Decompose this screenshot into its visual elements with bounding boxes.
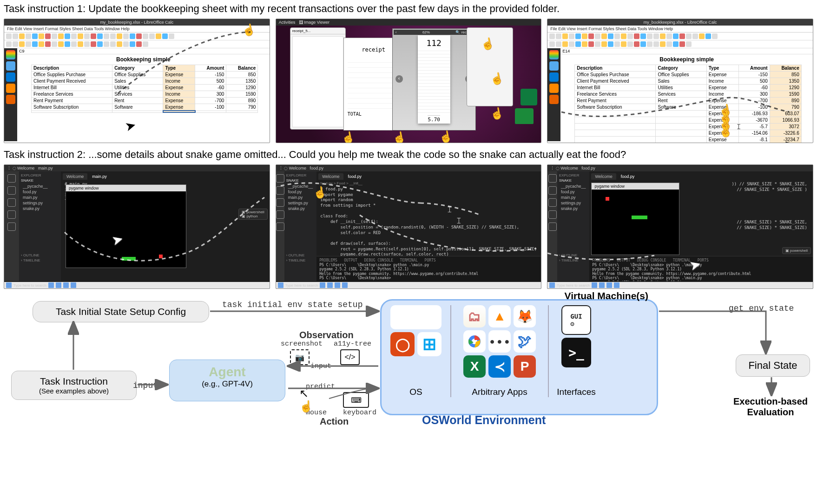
task2-shot-vscode-after: ⋮ ◌ Welcome food.py EXPLORER SNAKE __pyc… (547, 164, 813, 289)
file-item[interactable]: __pycache__ (559, 183, 588, 189)
pygame-window[interactable]: pygame window (66, 184, 186, 268)
col-type[interactable]: Type (163, 65, 195, 72)
window-title: my_bookkeeping.xlsx - LibreOffice Calc (547, 19, 813, 26)
breadcrumb[interactable]: food.py > Food > __init__ (318, 181, 541, 186)
text-cursor-icon: 𝙸 (456, 216, 462, 226)
windows-taskbar[interactable]: Type here to search (276, 282, 541, 288)
left-launcher[interactable] (547, 48, 560, 141)
pipeline-diagram: Task Initial State Setup Config Task Ins… (4, 292, 813, 426)
thumbnail-panel-left[interactable]: receipt_5... (290, 27, 346, 130)
search-icon[interactable] (7, 186, 16, 195)
calc-toolbar[interactable] (4, 33, 270, 40)
vlc-icon[interactable] (549, 84, 559, 93)
terminal-shell-badge[interactable]: ▣ powershell (782, 247, 811, 254)
hand-cursor-icon: ☝ (391, 131, 407, 143)
vlc-icon[interactable] (6, 84, 15, 93)
file-item[interactable]: __pycache__ (286, 183, 315, 189)
file-item[interactable]: food.py (559, 189, 588, 195)
task2-shot-vscode-editing: ⋮ ◌ Welcome food.py EXPLORER SNAKE __pyc… (276, 164, 542, 289)
vscode-icon[interactable] (549, 72, 559, 82)
editor-area[interactable]: Welcomefood.py food.py > Food > __init__… (316, 171, 541, 281)
file-item[interactable]: settings.py (559, 200, 588, 206)
home-folder-icon[interactable] (515, 108, 534, 124)
tab-main[interactable]: main.py (88, 173, 111, 180)
file-item[interactable]: food.py (21, 189, 59, 195)
text-cursor-icon: 𝙸 (736, 123, 741, 131)
explorer-sidebar[interactable]: EXPLORER SNAKE __pycache__food.pymain.py… (19, 171, 61, 281)
left-launcher[interactable] (4, 48, 17, 141)
chrome-icon[interactable] (549, 50, 559, 59)
file-item[interactable]: __pycache__ (21, 183, 59, 189)
vscode-title-bar[interactable]: ⋮ ◌ Welcome main.py (4, 165, 270, 171)
pygame-window[interactable]: pygame window (591, 183, 679, 255)
receipt-total: 5.70 (428, 115, 440, 124)
activity-bar[interactable] (4, 171, 19, 281)
activity-bar[interactable] (276, 171, 284, 281)
text-cursor-icon: 𝙸 (447, 205, 453, 215)
firefox-icon[interactable] (6, 95, 15, 104)
spreadsheet-file-icon[interactable] (521, 89, 537, 105)
file-item[interactable]: snake.py (286, 206, 315, 211)
sheet-title: Bookkeeping simple (560, 54, 813, 65)
ext-icon[interactable] (7, 223, 16, 231)
file-item[interactable]: main.py (559, 195, 588, 200)
window-title: my_bookkeeping.xlsx - LibreOffice Calc (4, 19, 270, 26)
calc-menu-bar[interactable]: File Edit View Insert Format Styles Shee… (547, 26, 813, 33)
editor-area[interactable]: Welcomefood.py )) // SNAKE_SIZE * SNAKE_… (589, 171, 813, 281)
firefox-icon[interactable] (549, 95, 559, 104)
file-item[interactable]: settings.py (286, 200, 315, 206)
bookkeeping-table[interactable]: Description Category Type Amount Balance… (31, 65, 258, 113)
tab-food[interactable]: food.py (344, 173, 366, 180)
calc-format-toolbar[interactable] (4, 40, 270, 48)
task1-instruction: Task instruction 1: Update the bookkeepi… (0, 0, 817, 18)
windows-taskbar[interactable]: Type here to search (4, 282, 270, 288)
vscode-icon[interactable] (6, 72, 15, 82)
file-item[interactable]: settings.py (21, 200, 59, 206)
calc-menu-bar[interactable]: File Edit View Insert Format Styles Shee… (4, 26, 270, 33)
hand-cursor-icon: ☝ (479, 37, 495, 52)
scm-icon[interactable] (7, 198, 16, 207)
col-bal[interactable]: Balance (226, 65, 258, 72)
editor-area[interactable]: Welcomemain.py # main.py import pygame i… (61, 171, 270, 281)
col-desc[interactable]: Description (32, 65, 112, 72)
run-icon[interactable] (7, 210, 16, 219)
cell-ref-box[interactable]: C9 (17, 48, 270, 54)
file-item[interactable]: snake.py (21, 206, 59, 211)
vscode-title-bar[interactable]: ⋮ ◌ Welcome food.py (547, 165, 813, 171)
hand-cursor-icon: ☝ (437, 130, 453, 143)
hand-cursor-icon: ☝ (718, 124, 733, 139)
task1-screenshots-row: my_bookkeeping.xlsx - LibreOffice Calc F… (0, 18, 817, 146)
windows-taskbar[interactable]: Type here to search (547, 282, 813, 288)
gnome-topbar[interactable]: Activities 🖼 Image Viewer (276, 19, 541, 26)
calc-toolbar[interactable] (547, 33, 813, 40)
terminal-panel[interactable]: PROBLEMS OUTPUT DEBUG CONSOLE TERMINAL P… (316, 256, 541, 281)
prev-image-button[interactable]: ‹ (395, 75, 403, 83)
explorer-sidebar[interactable]: EXPLORER SNAKE __pycache__food.pymain.py… (557, 171, 590, 281)
file-item[interactable]: snake.py (559, 206, 588, 211)
files-icon[interactable] (6, 61, 15, 71)
file-item[interactable]: main.py (286, 195, 315, 200)
task2-instruction: Task instruction 2: ...some details abou… (0, 146, 817, 164)
pygame-title: pygame window (66, 185, 186, 191)
chrome-icon[interactable] (6, 50, 15, 59)
tab-welcome[interactable]: Welcome (63, 173, 87, 180)
file-item[interactable]: main.py (21, 195, 59, 200)
tab-welcome[interactable]: Welcome (318, 173, 343, 180)
hand-cursor-icon: ☝ (240, 23, 256, 38)
receipt-photo-view[interactable]: ‹62%🔍 recei... 112 5.70 ‹ › (392, 28, 476, 131)
task1-shot-image-viewer: Activities 🖼 Image Viewer receipt_5... r… (276, 19, 542, 143)
col-cat[interactable]: Category (112, 65, 163, 72)
spreadsheet-grid[interactable]: C9 Bookkeeping simple Description Catego… (17, 48, 270, 141)
files-icon[interactable] (549, 61, 559, 71)
vscode-title-bar[interactable]: ⋮ ◌ Welcome food.py (276, 165, 541, 171)
pipeline-arrows (4, 292, 813, 426)
activity-bar[interactable] (547, 171, 557, 281)
cell-ref-box[interactable]: E14 (560, 48, 813, 54)
terminal-shell-badge[interactable]: ▣ powershell▣ python (238, 209, 267, 220)
spreadsheet-grid[interactable]: E14 Bookkeeping simple DescriptionCatego… (560, 48, 813, 141)
bookkeeping-table[interactable]: DescriptionCategory Type Amount Balance … (574, 65, 801, 143)
calc-format-toolbar[interactable] (547, 40, 813, 48)
col-amt[interactable]: Amount (195, 65, 226, 72)
explorer-icon[interactable] (7, 174, 16, 183)
file-item[interactable]: food.py (286, 189, 315, 195)
